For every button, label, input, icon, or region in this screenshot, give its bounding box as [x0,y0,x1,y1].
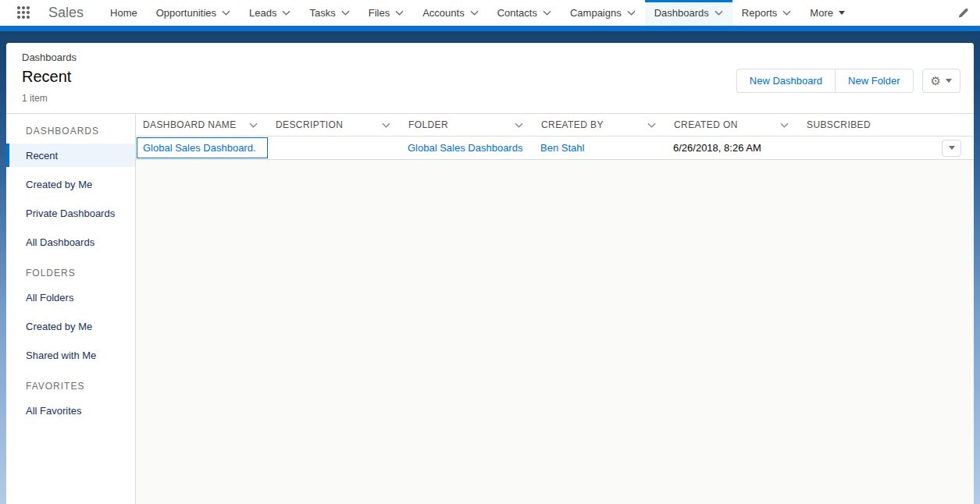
nav-tab-label: More [810,7,833,19]
new-folder-button[interactable]: New Folder [835,69,913,93]
table-header-row: DASHBOARD NAME DESCRIPTION FOLDER CREATE… [136,114,974,137]
column-header-created-on[interactable]: CREATED ON [667,119,800,130]
edit-navigation-button[interactable] [957,7,969,19]
cell-created-on: 6/26/2018, 8:26 AM [667,142,800,154]
nav-tab-label: Accounts [422,7,464,19]
list-view-sidebar: DASHBOARDS Recent Created by Me Private … [6,114,136,504]
created-by-link[interactable]: Ben Stahl [540,142,584,154]
nav-tab-label: Contacts [497,7,537,19]
nav-tabs: Home Opportunities Leads Tasks Files Acc… [101,0,980,26]
sidebar-item-shared-with-me[interactable]: Shared with Me [6,343,135,367]
folder-link[interactable]: Global Sales Dashboards [408,142,522,154]
app-launcher-icon[interactable] [17,6,31,20]
sidebar-item-label: All Favorites [26,405,82,417]
chevron-down-icon [470,10,479,16]
empty-table-area [136,160,974,504]
dashboards-list-card: Dashboards Recent 1 item New Dashboard N… [6,43,974,504]
new-dashboard-button[interactable]: New Dashboard [736,69,835,93]
column-header-label: FOLDER [408,119,448,130]
chevron-down-icon [341,10,350,16]
sidebar-item-label: Recent [26,150,58,161]
sidebar-item-label: Created by Me [26,321,92,332]
sidebar-group-title-dashboards: DASHBOARDS [6,117,135,144]
column-header-folder[interactable]: FOLDER [401,119,534,130]
column-header-label: DASHBOARD NAME [143,119,237,130]
brand-accent-strip [0,26,980,31]
nav-tab-leads[interactable]: Leads [240,0,300,26]
chevron-down-icon [382,122,390,128]
breadcrumb: Dashboards [22,51,77,63]
global-navigation-bar: Sales Home Opportunities Leads Tasks Fil… [0,0,980,26]
chevron-down-icon [515,122,523,128]
sidebar-item-created-by-me[interactable]: Created by Me [6,172,135,196]
chevron-down-icon [543,10,551,16]
nav-tab-accounts[interactable]: Accounts [413,0,487,26]
column-header-dashboard-name[interactable]: DASHBOARD NAME [136,119,269,130]
nav-tab-label: Leads [249,7,276,19]
nav-tab-label: Files [369,7,390,19]
list-view-header: Dashboards Recent 1 item New Dashboard N… [6,43,974,114]
sidebar-item-label: Created by Me [26,179,92,190]
gear-icon: ⚙ [931,75,941,87]
cell-row-actions [800,140,974,157]
sidebar-group-title-folders: FOLDERS [6,259,135,286]
sidebar-item-label: Shared with Me [26,350,96,361]
nav-tab-label: Reports [742,7,778,19]
row-actions-button[interactable] [942,140,961,157]
column-header-label: CREATED ON [674,119,738,130]
sidebar-item-folders-created-by-me[interactable]: Created by Me [6,314,135,338]
app-name: Sales [48,5,84,21]
chevron-down-icon [249,122,258,128]
nav-tab-reports[interactable]: Reports [732,0,801,26]
header-actions: New Dashboard New Folder ⚙ [736,69,960,93]
chevron-down-icon [647,122,656,128]
nav-tab-dashboards[interactable]: Dashboards [645,0,732,26]
pencil-icon [957,7,969,19]
page-title: Recent [22,68,77,86]
sidebar-item-label: All Dashboards [26,236,94,248]
sidebar-item-label: All Folders [26,292,73,303]
cell-created-by: Ben Stahl [534,142,667,154]
sidebar-item-all-folders[interactable]: All Folders [6,286,135,309]
nav-tab-tasks[interactable]: Tasks [300,0,358,26]
nav-tab-label: Dashboards [654,7,709,19]
column-header-label: SUBSCRIBED [807,119,871,130]
caret-down-icon [949,146,955,150]
chevron-down-icon [782,10,791,16]
cell-folder: Global Sales Dashboards [401,142,534,154]
list-settings-button[interactable]: ⚙ [922,69,960,93]
dashboards-table: DASHBOARD NAME DESCRIPTION FOLDER CREATE… [136,114,974,504]
column-header-label: DESCRIPTION [276,119,343,130]
nav-tab-campaigns[interactable]: Campaigns [561,0,645,26]
sidebar-item-label: Private Dashboards [26,208,115,219]
chevron-down-icon [627,10,636,16]
chevron-down-icon [780,122,789,128]
nav-tab-label: Campaigns [570,7,622,19]
sidebar-item-recent[interactable]: Recent [6,144,135,167]
nav-tab-contacts[interactable]: Contacts [488,0,561,26]
dashboard-name-link[interactable]: Global Sales Dashboard. [143,142,256,154]
item-count: 1 item [22,93,77,104]
column-header-subscribed[interactable]: SUBSCRIBED [800,119,974,130]
list-view-body: DASHBOARDS Recent Created by Me Private … [6,114,974,504]
caret-down-icon [946,79,952,83]
chevron-down-icon [395,10,404,16]
caret-down-icon [839,11,845,15]
nav-tab-more[interactable]: More [800,0,854,26]
nav-tab-home[interactable]: Home [101,0,147,26]
chevron-down-icon [222,10,230,16]
cell-dashboard-name: Global Sales Dashboard. [136,137,269,159]
nav-tab-files[interactable]: Files [359,0,413,26]
sidebar-item-all-favorites[interactable]: All Favorites [6,399,135,422]
chevron-down-icon [715,10,723,16]
sidebar-item-private-dashboards[interactable]: Private Dashboards [6,201,135,225]
chevron-down-icon [282,10,290,16]
column-header-created-by[interactable]: CREATED BY [534,119,667,130]
column-header-description[interactable]: DESCRIPTION [269,119,401,130]
focused-cell-outline: Global Sales Dashboard. [137,137,268,158]
nav-tab-opportunities[interactable]: Opportunities [147,0,240,26]
column-header-label: CREATED BY [541,119,604,130]
nav-tab-label: Opportunities [156,7,216,19]
sidebar-item-all-dashboards[interactable]: All Dashboards [6,230,135,254]
nav-tab-label: Tasks [309,7,335,19]
